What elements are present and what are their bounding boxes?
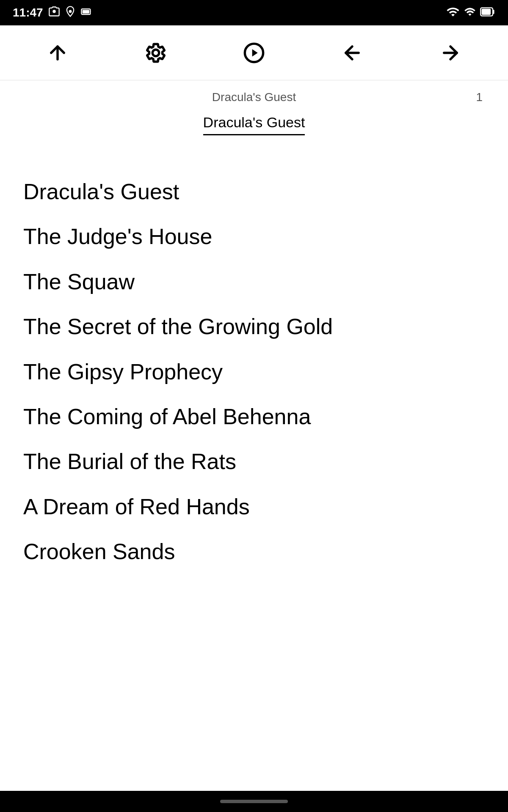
toc-item[interactable]: The Squaw <box>23 259 485 304</box>
toc-item[interactable]: The Burial of the Rats <box>23 439 485 484</box>
page-number: 1 <box>476 91 483 104</box>
signal-icon <box>464 6 476 19</box>
svg-point-0 <box>69 10 72 13</box>
book-header: Dracula's Guest 1 <box>0 80 508 114</box>
bottom-bar <box>0 791 508 812</box>
toc-item[interactable]: Dracula's Guest <box>23 169 485 214</box>
status-bar: 11:47 <box>0 0 508 25</box>
location-icon <box>64 5 76 20</box>
svg-rect-5 <box>482 9 491 15</box>
toc-list: Dracula's GuestThe Judge's HouseThe Squa… <box>23 169 485 574</box>
chapter-title-bar: Dracula's Guest <box>0 114 508 144</box>
battery-icon <box>80 5 92 20</box>
camera-icon <box>48 5 60 20</box>
content-area: Dracula's GuestThe Judge's HouseThe Squa… <box>0 144 508 591</box>
up-button[interactable] <box>41 36 75 70</box>
status-bar-right <box>446 5 495 20</box>
toc-item[interactable]: The Gipsy Prophecy <box>23 349 485 394</box>
status-icons <box>48 5 92 20</box>
svg-rect-2 <box>82 10 89 14</box>
battery-right-icon <box>480 6 495 19</box>
home-indicator <box>220 800 288 803</box>
forward-button[interactable] <box>433 36 467 70</box>
wifi-icon <box>446 5 460 20</box>
toc-item[interactable]: The Secret of the Growing Gold <box>23 304 485 349</box>
svg-marker-8 <box>252 49 258 56</box>
toc-item[interactable]: The Coming of Abel Behenna <box>23 394 485 439</box>
toc-item[interactable]: A Dream of Red Hands <box>23 484 485 529</box>
toc-item[interactable]: Crooken Sands <box>23 529 485 574</box>
play-button[interactable] <box>237 36 271 70</box>
chapter-title: Dracula's Guest <box>203 114 305 135</box>
settings-button[interactable] <box>139 36 173 70</box>
back-button[interactable] <box>335 36 369 70</box>
toolbar <box>0 25 508 80</box>
toc-item[interactable]: The Judge's House <box>23 214 485 259</box>
svg-rect-4 <box>493 10 494 14</box>
book-title-header: Dracula's Guest <box>17 91 491 104</box>
status-bar-left: 11:47 <box>13 5 92 20</box>
status-time: 11:47 <box>13 6 43 19</box>
